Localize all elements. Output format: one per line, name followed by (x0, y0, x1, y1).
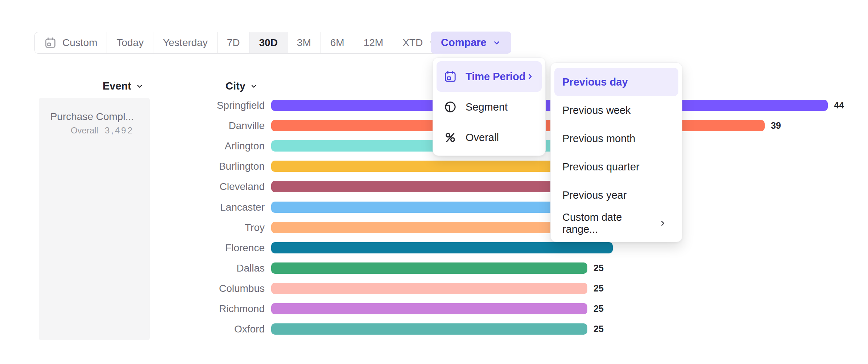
bar-category-label: Cleveland (156, 181, 265, 193)
date-range-label: 12M (364, 37, 383, 49)
date-range-label: Yesterday (163, 37, 208, 49)
bar[interactable] (271, 283, 587, 294)
menu-item-overall[interactable]: Overall (437, 122, 542, 153)
date-range-yesterday-button[interactable]: Yesterday (153, 32, 217, 53)
date-range-label: 7D (227, 37, 240, 49)
compare-button[interactable]: Compare (431, 32, 511, 54)
bar-value-label: 25 (594, 303, 604, 314)
event-name: Purchase Compl... (50, 111, 134, 123)
bar[interactable] (271, 303, 587, 314)
bar-category-label: Springfield (156, 99, 265, 112)
bar-category-label: Columbus (156, 282, 265, 295)
submenu-item-previous-year[interactable]: Previous year (554, 181, 678, 209)
event-list-item[interactable]: Purchase Compl... Overall3,492 (50, 111, 134, 136)
compare-dropdown-menu: Time Period Segment Overall (433, 57, 546, 156)
date-range-custom-button[interactable]: Custom (35, 32, 107, 53)
date-range-label: 3M (297, 37, 311, 49)
date-range-label: 30D (259, 37, 277, 49)
bar-category-label: Dallas (156, 262, 265, 274)
submenu-item-label: Previous week (562, 104, 631, 116)
bar[interactable] (271, 262, 587, 274)
chevron-down-icon (492, 38, 501, 47)
chevron-down-icon (250, 82, 258, 90)
date-range-30d-button-active[interactable]: 30D (249, 32, 287, 53)
event-column-header[interactable]: Event (103, 80, 144, 92)
city-header-label: City (226, 80, 245, 92)
bar[interactable] (271, 100, 828, 111)
date-range-toolbar: Custom Today Yesterday 7D 30D 3M 6M 12M … (34, 32, 446, 54)
bar-category-label: Troy (156, 222, 265, 234)
submenu-item-label: Previous quarter (562, 161, 640, 173)
submenu-item-label: Previous day (562, 76, 628, 88)
bar-category-label: Burlington (156, 160, 265, 173)
bar[interactable] (271, 323, 587, 335)
submenu-item-label: Custom date range... (562, 211, 658, 235)
bar-value-label: 25 (594, 262, 604, 274)
bar-category-label: Oxford (156, 323, 265, 335)
submenu-item-previous-day[interactable]: Previous day (554, 68, 678, 96)
calendar-icon (444, 70, 457, 83)
date-range-3m-button[interactable]: 3M (287, 32, 321, 53)
bar-category-label: Lancaster (156, 201, 265, 214)
bar-category-label: Richmond (156, 303, 265, 315)
event-header-label: Event (103, 80, 131, 92)
menu-item-label: Segment (466, 101, 508, 113)
insights-report-canvas: Custom Today Yesterday 7D 30D 3M 6M 12M … (0, 0, 868, 364)
percent-icon (444, 131, 457, 144)
segment-icon (444, 100, 457, 113)
time-period-submenu: Previous day Previous week Previous mont… (550, 62, 682, 242)
bar-category-label: Danville (156, 120, 265, 132)
date-range-12m-button[interactable]: 12M (354, 32, 393, 53)
submenu-item-label: Previous month (562, 133, 636, 145)
event-metric-row: Overall3,492 (50, 125, 134, 136)
event-metric-value: 3,492 (105, 125, 134, 135)
bar-value-label: 39 (771, 120, 781, 131)
date-range-label: XTD (402, 37, 423, 49)
date-range-7d-button[interactable]: 7D (217, 32, 249, 53)
bar[interactable] (271, 242, 613, 253)
bar-value-label: 44 (834, 100, 844, 111)
submenu-item-previous-quarter[interactable]: Previous quarter (554, 153, 678, 181)
menu-item-label: Overall (466, 132, 499, 144)
chevron-down-icon (136, 82, 144, 90)
submenu-item-previous-month[interactable]: Previous month (554, 124, 678, 153)
compare-button-label: Compare (441, 37, 487, 49)
chevron-right-icon (526, 72, 534, 81)
menu-item-time-period[interactable]: Time Period (437, 61, 542, 92)
date-range-today-button[interactable]: Today (107, 32, 153, 53)
date-range-6m-button[interactable]: 6M (321, 32, 354, 53)
menu-item-label: Time Period (466, 71, 525, 83)
chevron-right-icon (658, 219, 667, 228)
date-range-label: Today (116, 37, 144, 49)
bar-value-label: 25 (594, 323, 604, 335)
submenu-item-label: Previous year (562, 189, 627, 201)
event-metric-label: Overall (71, 125, 98, 135)
bar-category-label: Florence (156, 242, 265, 254)
bar-category-label: Arlington (156, 140, 265, 152)
submenu-item-custom-date-range[interactable]: Custom date range... (554, 209, 678, 237)
submenu-item-previous-week[interactable]: Previous week (554, 96, 678, 124)
city-column-header[interactable]: City (226, 80, 258, 92)
calendar-icon (44, 37, 57, 49)
date-range-label: Custom (62, 37, 97, 49)
date-range-label: 6M (330, 37, 344, 49)
menu-item-segment[interactable]: Segment (437, 92, 542, 122)
bar-value-label: 25 (594, 283, 604, 294)
event-list-panel: Purchase Compl... Overall3,492 (39, 98, 150, 340)
